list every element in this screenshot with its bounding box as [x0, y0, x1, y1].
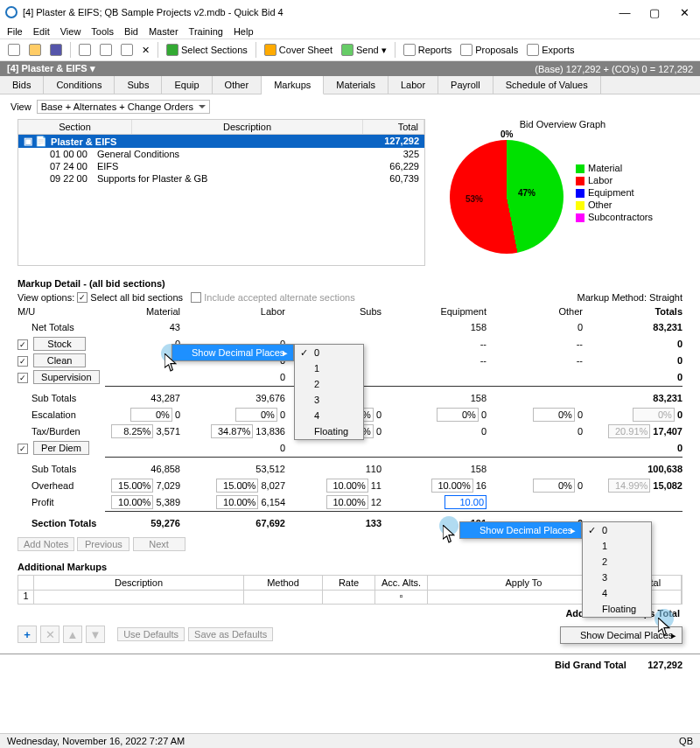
decimal2-1[interactable]: 1: [583, 538, 651, 554]
previous-button[interactable]: Previous: [77, 537, 130, 551]
amk-col-accalts[interactable]: Acc. Alts.: [375, 576, 428, 590]
decimal2-4[interactable]: 4: [583, 585, 651, 601]
select-all-checkbox[interactable]: ✓: [77, 292, 88, 303]
delete-markup-icon[interactable]: ✕: [40, 626, 60, 643]
show-decimal-places-item[interactable]: Show Decimal Places: [172, 345, 293, 360]
clean-button[interactable]: Clean: [33, 353, 86, 367]
context-menu-decimal-1[interactable]: Show Decimal Places: [172, 344, 294, 361]
profit-lab-pct[interactable]: [216, 495, 258, 509]
bid-name[interactable]: [4] Plaster & EIFS ▾: [7, 63, 95, 74]
decimal-2[interactable]: 2: [295, 376, 363, 392]
decimal-3[interactable]: 3: [295, 392, 363, 408]
menu-master[interactable]: Master: [149, 26, 178, 37]
menu-bar[interactable]: File Edit View Tools Bid Master Training…: [0, 24, 700, 38]
esc-oth-pct[interactable]: [533, 408, 575, 422]
grid-row-selected[interactable]: ▣ 📄 Plaster & EIFS 127,292: [18, 135, 424, 148]
tab-bids[interactable]: Bids: [0, 76, 44, 94]
open-icon[interactable]: [26, 43, 44, 57]
show-decimal-places-item-2[interactable]: Show Decimal Places: [460, 522, 581, 538]
clean-check[interactable]: ✓: [18, 356, 28, 367]
add-notes-button[interactable]: Add Notes: [18, 537, 74, 551]
tab-equip[interactable]: Equip: [162, 76, 212, 94]
decimal2-0[interactable]: 0: [583, 522, 651, 538]
decimal2-floating[interactable]: Floating: [583, 601, 651, 617]
cover-sheet-button[interactable]: Cover Sheet: [262, 43, 335, 57]
tab-other[interactable]: Other: [213, 76, 262, 94]
profit-eq-pct[interactable]: [444, 495, 486, 509]
send-button[interactable]: Send ▾: [339, 43, 389, 57]
decimal-4[interactable]: 4: [295, 408, 363, 423]
esc-lab-pct[interactable]: [235, 408, 277, 422]
new-icon[interactable]: [5, 43, 23, 57]
context-submenu-decimal-2[interactable]: 0 1 2 3 4 Floating: [582, 521, 652, 618]
profit-mat-pct[interactable]: [111, 495, 153, 509]
ovh-sub-pct[interactable]: [326, 479, 368, 493]
paste-icon[interactable]: [118, 43, 136, 57]
save-defaults-button[interactable]: Save as Defaults: [188, 627, 273, 641]
grid-row[interactable]: 01 00 00 General Conditions 325: [18, 148, 424, 160]
ovh-lab-pct[interactable]: [216, 479, 258, 493]
cut-icon[interactable]: [76, 43, 94, 57]
col-section[interactable]: Section: [18, 120, 132, 134]
ovh-eq-pct[interactable]: [431, 479, 473, 493]
context-submenu-decimal-1[interactable]: 0 1 2 3 4 Floating: [294, 344, 364, 440]
ovh-oth-pct[interactable]: [533, 479, 575, 493]
next-button[interactable]: Next: [133, 537, 186, 551]
decimal-0[interactable]: 0: [295, 345, 363, 360]
stock-check[interactable]: ✓: [18, 339, 28, 350]
col-description[interactable]: Description: [132, 120, 363, 134]
minimize-button[interactable]: —: [618, 6, 632, 19]
move-down-icon[interactable]: ▼: [86, 626, 105, 643]
menu-help[interactable]: Help: [234, 26, 254, 37]
perdiem-check[interactable]: ✓: [18, 444, 28, 454]
amk-col-rate[interactable]: Rate: [323, 576, 375, 590]
menu-tools[interactable]: Tools: [91, 26, 114, 37]
grid-row[interactable]: 09 22 00 Supports for Plaster & GB 60,73…: [18, 172, 424, 185]
tab-payroll[interactable]: Payroll: [438, 76, 494, 94]
use-defaults-button[interactable]: Use Defaults: [117, 627, 185, 641]
perdiem-button[interactable]: Per Diem: [33, 441, 89, 455]
amk-col-method[interactable]: Method: [244, 576, 323, 590]
esc-mat-pct[interactable]: [130, 408, 172, 422]
tab-materials[interactable]: Materials: [324, 76, 388, 94]
decimal2-3[interactable]: 3: [583, 570, 651, 585]
menu-view[interactable]: View: [60, 26, 81, 37]
include-alternates-checkbox[interactable]: [191, 292, 201, 303]
close-button[interactable]: ✕: [677, 6, 691, 19]
context-menu-decimal-2[interactable]: Show Decimal Places: [459, 521, 582, 539]
tab-subs[interactable]: Subs: [115, 76, 162, 94]
decimal2-2[interactable]: 2: [583, 554, 651, 570]
tab-markups[interactable]: Markups: [262, 76, 324, 94]
ovh-mat-pct[interactable]: [111, 479, 153, 493]
reports-button[interactable]: Reports: [401, 43, 455, 57]
menu-training[interactable]: Training: [189, 26, 223, 37]
tab-conditions[interactable]: Conditions: [44, 76, 115, 94]
add-markup-icon[interactable]: +: [18, 626, 37, 643]
stock-button[interactable]: Stock: [33, 337, 86, 351]
amk-col-description[interactable]: Description: [34, 576, 244, 590]
exports-button[interactable]: Exports: [524, 43, 577, 57]
menu-bid[interactable]: Bid: [124, 26, 138, 37]
decimal-floating[interactable]: Floating: [295, 423, 363, 439]
tax-mat-pct[interactable]: [111, 424, 153, 438]
show-decimal-places-item-3[interactable]: Show Decimal Places: [561, 627, 682, 643]
proposals-button[interactable]: Proposals: [458, 43, 521, 57]
tab-labor[interactable]: Labor: [388, 76, 438, 94]
save-icon[interactable]: [47, 43, 65, 57]
decimal-1[interactable]: 1: [295, 360, 363, 376]
tax-lab-pct[interactable]: [211, 424, 253, 438]
copy-icon[interactable]: [97, 43, 115, 57]
move-up-icon[interactable]: ▲: [63, 626, 82, 643]
maximize-button[interactable]: ▢: [648, 6, 662, 19]
delete-icon[interactable]: ✕: [139, 44, 152, 57]
profit-sub-pct[interactable]: [326, 495, 368, 509]
grid-row[interactable]: 07 24 00 EIFS 66,229: [18, 160, 424, 172]
menu-edit[interactable]: Edit: [33, 26, 50, 37]
view-select[interactable]: Base + Alternates + Change Orders: [37, 100, 210, 114]
col-total[interactable]: Total: [363, 120, 424, 134]
menu-file[interactable]: File: [7, 26, 23, 37]
select-sections-button[interactable]: Select Sections: [164, 43, 250, 57]
supervision-check[interactable]: ✓: [18, 373, 28, 383]
supervision-button[interactable]: Supervision: [33, 370, 99, 384]
esc-eq-pct[interactable]: [437, 408, 479, 422]
